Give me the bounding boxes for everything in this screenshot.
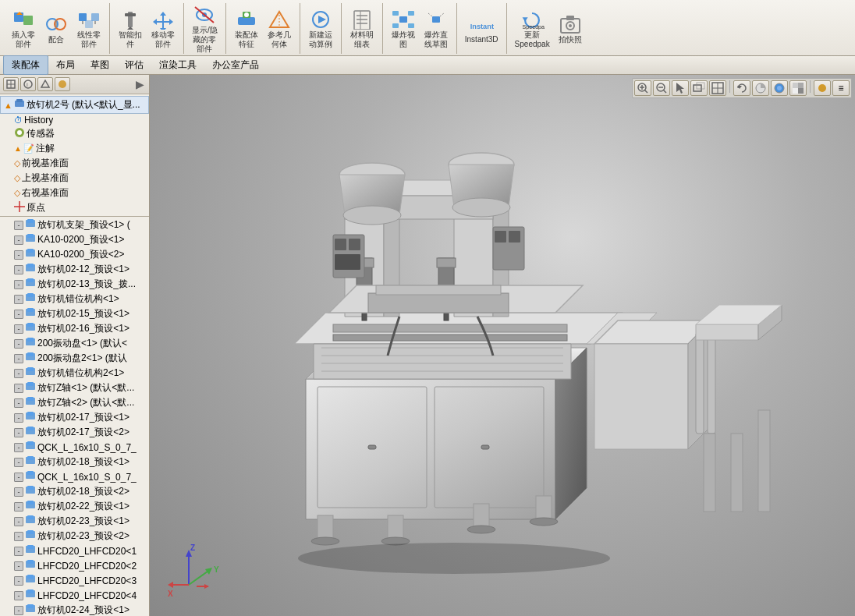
menu-render[interactable]: 渲染工具 <box>151 56 204 74</box>
svg-rect-32 <box>408 23 414 28</box>
tree-item-comp-11[interactable]: -放钉Z轴<1> (默认<默... <box>0 381 149 395</box>
instant3d-button[interactable]: Instant3D Instant3D <box>462 12 502 46</box>
front-plane-label: 前视基准面 <box>22 157 69 170</box>
tree-item-comp-19[interactable]: -放钉机02-22_预设<1> <box>0 499 149 514</box>
tree-item-comp-10[interactable]: -放钉机错位机构2<1> <box>0 366 149 381</box>
tree-item-comp-9[interactable]: -200振动盘2<1> (默认 <box>0 351 149 366</box>
move-part-button[interactable]: 移动零部件 <box>147 7 179 51</box>
vp-view1-button[interactable] <box>690 80 708 96</box>
asm-feature-button[interactable]: 装配体特征 <box>231 7 262 51</box>
bom-button[interactable]: 材料明细表 <box>346 7 378 51</box>
sidebar: i ▶ ▲ 放钉机2号 (默认<默认_显... ⏱ <box>0 75 150 616</box>
vp-shadows-button[interactable] <box>789 80 807 96</box>
tree-divider <box>0 216 149 217</box>
tree-item-comp-12[interactable]: -放钉Z轴<2> (默认<默... <box>0 395 149 410</box>
tree-item-history[interactable]: ⏱ History <box>0 114 149 126</box>
line-part-button[interactable]: 线性零部件 <box>73 7 105 51</box>
tree-root-item[interactable]: ▲ 放钉机2号 (默认<默认_显... <box>0 96 149 114</box>
smart-fastener-button[interactable]: 智能扣件 <box>115 7 146 51</box>
tree-item-origin[interactable]: 原点 <box>0 200 149 215</box>
tree-item-right-plane[interactable]: ◇ 右视基准面 <box>0 186 149 200</box>
vp-rotate-button[interactable] <box>733 80 750 96</box>
root-part-icon <box>14 98 25 112</box>
menu-sketch[interactable]: 草图 <box>83 56 117 74</box>
tree-item-comp-22[interactable]: -LHFCD20_LHFCD20<1 <box>0 543 149 558</box>
tree-item-comp-5[interactable]: -放钉机错位机构<1> <box>0 292 149 306</box>
history-icon: ⏱ <box>14 115 23 125</box>
vp-appearance-button[interactable] <box>814 80 831 96</box>
tree-item-comp-0[interactable]: -放钉机支架_预设<1> ( <box>0 218 149 232</box>
tree-item-top-plane[interactable]: ◇ 上视基准面 <box>0 171 149 186</box>
svg-rect-131 <box>793 88 798 94</box>
tree-item-comp-17[interactable]: -QCK_L_16x10_S_0_7_ <box>0 469 149 484</box>
tree-item-comp-1[interactable]: -KA10-0200_预设<1> <box>0 232 149 247</box>
vp-render2-button[interactable] <box>771 80 788 96</box>
vp-zoom-in-button[interactable] <box>634 80 651 96</box>
plane-icon3: ◇ <box>14 188 20 198</box>
vp-view2-button[interactable] <box>709 80 726 96</box>
sidebar-btn-property[interactable]: i <box>20 77 36 91</box>
svg-marker-48 <box>41 80 49 87</box>
tree-item-comp-13[interactable]: -放钉机02-17_预设<1> <box>0 410 149 425</box>
tree-item-comp-26[interactable]: -放钉机02-24_预设<1> <box>0 603 149 616</box>
sidebar-expand-button[interactable]: ▶ <box>133 78 146 90</box>
tree-item-comp-4[interactable]: -放钉机02-13_预设_拨... <box>0 277 149 292</box>
tree-item-comp-18[interactable]: -放钉机02-18_预设<2> <box>0 484 149 499</box>
tree-item-comp-7[interactable]: -放钉机02-16_预设<1> <box>0 321 149 336</box>
svg-point-18 <box>244 12 249 17</box>
minus-badge: - <box>14 591 23 600</box>
tree-item-comp-6[interactable]: -放钉机02-15_预设<1> <box>0 306 149 321</box>
update-button[interactable]: Speedpak 更新Speedpak <box>512 7 553 51</box>
menu-layout[interactable]: 布局 <box>48 56 83 74</box>
comp-icon <box>25 322 36 335</box>
tree-item-sensor[interactable]: 传感器 <box>0 126 149 141</box>
vp-zoom-out-button[interactable] <box>653 80 670 96</box>
new-motion-button[interactable]: 新建运动算例 <box>305 7 336 51</box>
viewport-toolbar: ≡ <box>632 78 852 98</box>
snapshot-label: 拍快照 <box>559 35 582 44</box>
assemble-button[interactable]: 配合 <box>41 12 72 46</box>
sidebar-btn-config[interactable] <box>37 77 53 91</box>
comp-icon <box>25 233 36 246</box>
minus-badge: - <box>14 324 23 334</box>
sidebar-btn-appearance[interactable] <box>55 77 70 91</box>
tree-item-comp-21[interactable]: -放钉机02-23_预设<2> <box>0 529 149 543</box>
tree-item-comp-14[interactable]: -放钉机02-17_预设<2> <box>0 425 149 440</box>
comp-icon <box>25 263 36 276</box>
comp-label: 放钉机02-12_预设<1> <box>37 263 129 276</box>
ref-geom-label: 参考几何体 <box>268 30 291 49</box>
menu-office[interactable]: 办公室产品 <box>204 56 267 74</box>
menu-evaluate[interactable]: 评估 <box>117 56 151 74</box>
comp-icon <box>25 248 36 261</box>
tree-item-comp-20[interactable]: -放钉机02-23_预设<1> <box>0 514 149 529</box>
menu-assembly[interactable]: 装配体 <box>3 55 48 75</box>
comp-label: 200振动盘<1> (默认< <box>37 337 127 350</box>
snapshot-button[interactable]: 拍快照 <box>555 12 586 46</box>
tree-item-comp-24[interactable]: -LHFCD20_LHFCD20<3 <box>0 573 149 588</box>
svg-rect-199 <box>509 231 520 243</box>
tree-item-comp-23[interactable]: -LHFCD20_LHFCD20<2 <box>0 558 149 573</box>
tree-area[interactable]: ▲ 放钉机2号 (默认<默认_显... ⏱ History 传感器 <box>0 94 149 616</box>
explode-view-button[interactable]: 爆炸视图 <box>388 7 419 51</box>
tree-item-comp-8[interactable]: -200振动盘<1> (默认< <box>0 336 149 351</box>
svg-marker-208 <box>168 582 173 588</box>
tree-item-comp-15[interactable]: -QCK_L_16x10_S_0_7_ <box>0 440 149 455</box>
insert-part-button[interactable]: 插入零部件 <box>8 7 39 51</box>
viewport[interactable]: ≡ <box>150 75 855 616</box>
show-hide-button[interactable]: 显示/隐藏的零部件 <box>189 2 221 55</box>
tree-item-comp-16[interactable]: -放钉机02-18_预设<1> <box>0 455 149 469</box>
vp-more-button[interactable]: ≡ <box>832 80 850 96</box>
tree-item-front-plane[interactable]: ◇ 前视基准面 <box>0 156 149 171</box>
tree-item-annotation[interactable]: ▲ 📝 注解 <box>0 141 149 156</box>
vp-render1-button[interactable] <box>752 80 769 96</box>
tree-item-comp-25[interactable]: -LHFCD20_LHFCD20<4 <box>0 588 149 603</box>
svg-marker-179 <box>696 324 758 340</box>
sidebar-btn-feature[interactable] <box>3 77 19 91</box>
tree-item-comp-2[interactable]: -KA10-0200_预设<2> <box>0 247 149 262</box>
tree-item-comp-3[interactable]: -放钉机02-12_预设<1> <box>0 262 149 277</box>
svg-rect-1 <box>23 16 33 25</box>
bom-icon <box>349 9 374 30</box>
explode-line-button[interactable]: 爆炸直线草图 <box>420 7 452 51</box>
vp-cursor-button[interactable] <box>672 80 689 96</box>
ref-geom-button[interactable]: 参考几何体 <box>264 7 295 51</box>
